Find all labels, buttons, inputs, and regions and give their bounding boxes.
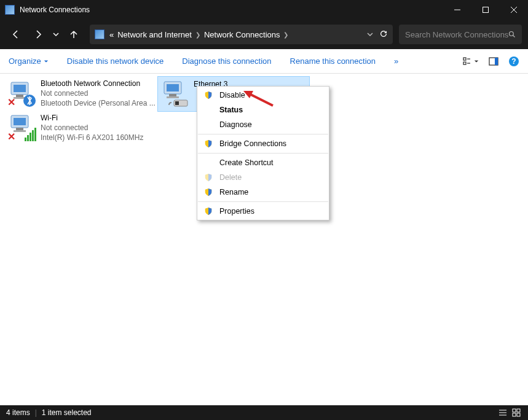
menu-separator [198, 201, 328, 202]
svg-text:?: ? [511, 57, 516, 66]
svg-rect-15 [14, 85, 26, 92]
search-input[interactable] [405, 30, 508, 39]
navbar: « Network and Internet ❯ Network Connect… [0, 20, 528, 49]
svg-rect-32 [32, 130, 34, 141]
shield-icon [203, 90, 213, 100]
ctx-status[interactable]: Status [197, 103, 329, 117]
svg-rect-21 [169, 94, 176, 96]
thumbnails-view-button[interactable] [511, 407, 522, 418]
chevron-right-icon[interactable]: ❯ [283, 31, 288, 38]
ctx-disable[interactable]: Disable [197, 88, 329, 103]
disconnected-icon: ✕ [7, 131, 15, 142]
statusbar: 4 items | 1 item selected [0, 405, 528, 420]
svg-rect-39 [513, 409, 516, 412]
svg-rect-42 [517, 413, 520, 416]
ctx-delete: Delete [197, 170, 329, 185]
menu-separator [198, 134, 328, 134]
minimize-button[interactable] [443, 0, 471, 20]
shield-icon [203, 173, 213, 182]
connection-item-wifi[interactable]: ✕ Wi-Fi Not connected Intel(R) Wi-Fi 6 A… [5, 111, 157, 145]
status-selection-count: 1 item selected [42, 408, 92, 417]
svg-rect-1 [483, 7, 489, 13]
ctx-rename[interactable]: Rename [197, 185, 329, 200]
connection-item-bluetooth[interactable]: ✕ Bluetooth Network Connection Not conne… [5, 76, 157, 111]
svg-rect-22 [167, 96, 179, 98]
svg-rect-33 [34, 128, 36, 141]
ctx-properties[interactable]: Properties [197, 204, 329, 219]
ctx-bridge[interactable]: Bridge Connections [197, 136, 329, 151]
svg-rect-31 [30, 133, 31, 141]
svg-rect-11 [495, 58, 498, 65]
disable-device-link[interactable]: Disable this network device [67, 56, 164, 66]
close-button[interactable] [500, 0, 528, 20]
diagnose-link[interactable]: Diagnose this connection [182, 56, 271, 66]
search-icon[interactable] [508, 30, 516, 39]
address-bar[interactable]: « Network and Internet ❯ Network Connect… [90, 25, 393, 44]
window-title: Network Connections [20, 6, 443, 14]
svg-rect-16 [16, 95, 23, 97]
svg-rect-27 [16, 128, 23, 130]
view-options-button[interactable] [463, 56, 479, 66]
wifi-adapter-icon: ✕ [7, 113, 37, 142]
chevron-right-icon[interactable]: ❯ [195, 31, 200, 38]
svg-rect-24 [175, 101, 179, 105]
rename-link[interactable]: Rename this connection [290, 56, 376, 66]
svg-rect-29 [25, 138, 26, 141]
shield-icon [203, 187, 213, 197]
svg-rect-28 [14, 130, 26, 132]
menu-separator [198, 153, 328, 154]
command-toolbar: Organize Disable this network device Dia… [0, 49, 528, 74]
organize-menu[interactable]: Organize [9, 56, 49, 66]
back-button[interactable] [6, 25, 26, 44]
help-button[interactable]: ? [508, 56, 519, 67]
svg-rect-6 [463, 58, 466, 60]
refresh-button[interactable] [379, 29, 388, 40]
breadcrumb-item[interactable]: Network Connections [204, 30, 280, 39]
status-item-count: 4 items [6, 408, 30, 417]
shield-icon [203, 206, 213, 216]
ethernet-adapter-icon [160, 79, 190, 109]
connection-name: Bluetooth Network Connection [41, 79, 156, 88]
context-menu: Disable Status Diagnose Bridge Connectio… [197, 86, 329, 220]
disconnected-icon: ✕ [7, 96, 15, 108]
ctx-diagnose[interactable]: Diagnose [197, 117, 329, 132]
svg-rect-40 [517, 409, 520, 412]
titlebar: Network Connections [0, 0, 528, 20]
connection-device: Bluetooth Device (Personal Area ... [41, 98, 156, 108]
svg-rect-30 [27, 135, 29, 141]
svg-rect-26 [14, 118, 26, 125]
svg-point-4 [510, 32, 514, 36]
connection-name: Wi-Fi [41, 113, 143, 123]
connection-status: Not connected [41, 123, 143, 133]
svg-rect-7 [463, 62, 466, 64]
breadcrumb-prefix: « [109, 30, 114, 39]
toolbar-overflow[interactable]: » [394, 56, 398, 66]
location-icon [95, 29, 104, 39]
details-view-button[interactable] [497, 407, 508, 418]
svg-rect-41 [513, 413, 516, 416]
connection-device: Intel(R) Wi-Fi 6 AX201 160MHz [41, 133, 143, 142]
address-dropdown[interactable] [367, 30, 373, 39]
svg-rect-20 [167, 84, 179, 91]
up-button[interactable] [64, 25, 84, 44]
bluetooth-adapter-icon: ✕ [7, 79, 37, 108]
breadcrumb-item[interactable]: Network and Internet [117, 30, 192, 39]
connection-status: Not connected [41, 88, 156, 98]
recent-dropdown[interactable] [50, 25, 61, 44]
preview-pane-button[interactable] [489, 56, 498, 66]
search-box[interactable] [399, 25, 522, 44]
maximize-button[interactable] [471, 0, 500, 20]
shield-icon [203, 139, 213, 149]
svg-line-5 [513, 36, 515, 37]
forward-button[interactable] [28, 25, 48, 44]
content-area[interactable]: ✕ Bluetooth Network Connection Not conne… [0, 74, 528, 405]
app-icon [5, 5, 15, 15]
ctx-create-shortcut[interactable]: Create Shortcut [197, 155, 329, 170]
